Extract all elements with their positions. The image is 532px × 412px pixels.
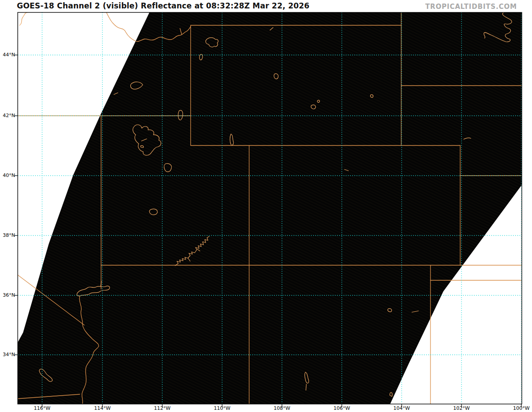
- lon-tick-label: 102°W: [453, 405, 469, 412]
- satellite-map: [0, 0, 532, 412]
- lat-tick-label: 34°N: [0, 352, 15, 358]
- lon-tick-label: 114°W: [94, 405, 110, 412]
- lon-tick-label: 108°W: [274, 405, 290, 412]
- lon-tick-label: 110°W: [214, 405, 230, 412]
- lon-tick-label: 106°W: [333, 405, 350, 412]
- lon-tick-label: 112°W: [154, 405, 170, 412]
- lon-tick-label: 116°W: [34, 405, 50, 412]
- lat-tick-label: 44°N: [0, 52, 15, 58]
- lat-tick-label: 42°N: [0, 113, 15, 119]
- lat-tick-label: 36°N: [0, 292, 15, 298]
- lat-tick-label: 38°N: [0, 232, 15, 239]
- satellite-image-page: GOES-18 Channel 2 (visible) Reflectance …: [0, 0, 532, 412]
- lat-tick-label: 40°N: [0, 173, 15, 179]
- lon-tick-label: 104°W: [393, 405, 410, 412]
- lon-tick-label: 100°W: [513, 405, 529, 412]
